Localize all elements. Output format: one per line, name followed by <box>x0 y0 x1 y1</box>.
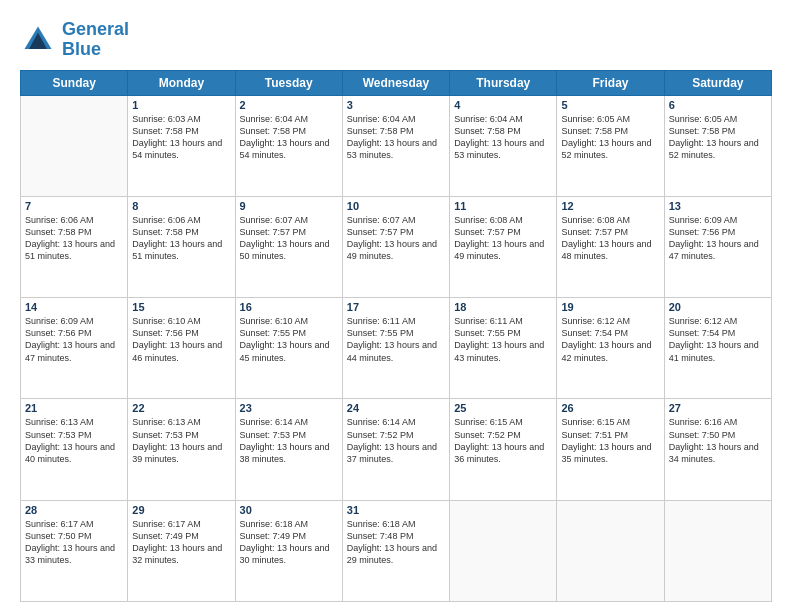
sunrise: Sunrise: 6:08 AM <box>561 215 630 225</box>
sunset: Sunset: 7:54 PM <box>669 328 736 338</box>
weekday-header-sunday: Sunday <box>21 70 128 95</box>
sunset: Sunset: 7:58 PM <box>132 126 199 136</box>
day-info: Sunrise: 6:04 AMSunset: 7:58 PMDaylight:… <box>454 113 552 162</box>
calendar-table: SundayMondayTuesdayWednesdayThursdayFrid… <box>20 70 772 602</box>
day-info: Sunrise: 6:06 AMSunset: 7:58 PMDaylight:… <box>132 214 230 263</box>
sunrise: Sunrise: 6:12 AM <box>561 316 630 326</box>
daylight: Daylight: 13 hours and 41 minutes. <box>669 340 759 362</box>
day-number: 20 <box>669 301 767 313</box>
day-info: Sunrise: 6:09 AMSunset: 7:56 PMDaylight:… <box>669 214 767 263</box>
calendar-cell: 22Sunrise: 6:13 AMSunset: 7:53 PMDayligh… <box>128 399 235 500</box>
calendar-cell: 23Sunrise: 6:14 AMSunset: 7:53 PMDayligh… <box>235 399 342 500</box>
day-info: Sunrise: 6:06 AMSunset: 7:58 PMDaylight:… <box>25 214 123 263</box>
daylight: Daylight: 13 hours and 51 minutes. <box>132 239 222 261</box>
calendar-week-row: 14Sunrise: 6:09 AMSunset: 7:56 PMDayligh… <box>21 298 772 399</box>
day-number: 29 <box>132 504 230 516</box>
daylight: Daylight: 13 hours and 43 minutes. <box>454 340 544 362</box>
calendar-cell: 30Sunrise: 6:18 AMSunset: 7:49 PMDayligh… <box>235 500 342 601</box>
day-number: 16 <box>240 301 338 313</box>
weekday-header-friday: Friday <box>557 70 664 95</box>
day-info: Sunrise: 6:08 AMSunset: 7:57 PMDaylight:… <box>454 214 552 263</box>
weekday-header-thursday: Thursday <box>450 70 557 95</box>
calendar-cell: 29Sunrise: 6:17 AMSunset: 7:49 PMDayligh… <box>128 500 235 601</box>
calendar-cell: 8Sunrise: 6:06 AMSunset: 7:58 PMDaylight… <box>128 196 235 297</box>
logo-icon <box>20 22 56 58</box>
sunrise: Sunrise: 6:13 AM <box>132 417 201 427</box>
sunset: Sunset: 7:58 PM <box>240 126 307 136</box>
day-info: Sunrise: 6:10 AMSunset: 7:56 PMDaylight:… <box>132 315 230 364</box>
sunrise: Sunrise: 6:11 AM <box>347 316 416 326</box>
sunrise: Sunrise: 6:16 AM <box>669 417 738 427</box>
day-info: Sunrise: 6:14 AMSunset: 7:52 PMDaylight:… <box>347 416 445 465</box>
daylight: Daylight: 13 hours and 37 minutes. <box>347 442 437 464</box>
daylight: Daylight: 13 hours and 53 minutes. <box>454 138 544 160</box>
page-header: General Blue <box>20 20 772 60</box>
sunrise: Sunrise: 6:18 AM <box>240 519 309 529</box>
calendar-week-row: 28Sunrise: 6:17 AMSunset: 7:50 PMDayligh… <box>21 500 772 601</box>
sunrise: Sunrise: 6:10 AM <box>132 316 201 326</box>
day-number: 7 <box>25 200 123 212</box>
sunset: Sunset: 7:49 PM <box>240 531 307 541</box>
sunset: Sunset: 7:54 PM <box>561 328 628 338</box>
logo: General Blue <box>20 20 129 60</box>
weekday-header-saturday: Saturday <box>664 70 771 95</box>
sunrise: Sunrise: 6:09 AM <box>25 316 94 326</box>
calendar-cell: 16Sunrise: 6:10 AMSunset: 7:55 PMDayligh… <box>235 298 342 399</box>
calendar-cell: 15Sunrise: 6:10 AMSunset: 7:56 PMDayligh… <box>128 298 235 399</box>
sunrise: Sunrise: 6:15 AM <box>454 417 523 427</box>
daylight: Daylight: 13 hours and 38 minutes. <box>240 442 330 464</box>
day-info: Sunrise: 6:07 AMSunset: 7:57 PMDaylight:… <box>240 214 338 263</box>
day-number: 9 <box>240 200 338 212</box>
day-info: Sunrise: 6:13 AMSunset: 7:53 PMDaylight:… <box>132 416 230 465</box>
calendar-cell <box>450 500 557 601</box>
sunrise: Sunrise: 6:09 AM <box>669 215 738 225</box>
calendar-cell: 3Sunrise: 6:04 AMSunset: 7:58 PMDaylight… <box>342 95 449 196</box>
daylight: Daylight: 13 hours and 54 minutes. <box>132 138 222 160</box>
sunset: Sunset: 7:55 PM <box>240 328 307 338</box>
daylight: Daylight: 13 hours and 47 minutes. <box>25 340 115 362</box>
sunset: Sunset: 7:58 PM <box>347 126 414 136</box>
day-info: Sunrise: 6:07 AMSunset: 7:57 PMDaylight:… <box>347 214 445 263</box>
calendar-cell <box>557 500 664 601</box>
calendar-cell: 20Sunrise: 6:12 AMSunset: 7:54 PMDayligh… <box>664 298 771 399</box>
calendar-cell: 12Sunrise: 6:08 AMSunset: 7:57 PMDayligh… <box>557 196 664 297</box>
day-number: 13 <box>669 200 767 212</box>
day-number: 1 <box>132 99 230 111</box>
sunrise: Sunrise: 6:15 AM <box>561 417 630 427</box>
day-info: Sunrise: 6:10 AMSunset: 7:55 PMDaylight:… <box>240 315 338 364</box>
day-number: 25 <box>454 402 552 414</box>
calendar-week-row: 1Sunrise: 6:03 AMSunset: 7:58 PMDaylight… <box>21 95 772 196</box>
sunrise: Sunrise: 6:13 AM <box>25 417 94 427</box>
daylight: Daylight: 13 hours and 36 minutes. <box>454 442 544 464</box>
sunset: Sunset: 7:58 PM <box>669 126 736 136</box>
day-info: Sunrise: 6:13 AMSunset: 7:53 PMDaylight:… <box>25 416 123 465</box>
calendar-cell: 7Sunrise: 6:06 AMSunset: 7:58 PMDaylight… <box>21 196 128 297</box>
day-number: 3 <box>347 99 445 111</box>
daylight: Daylight: 13 hours and 39 minutes. <box>132 442 222 464</box>
day-number: 31 <box>347 504 445 516</box>
sunset: Sunset: 7:51 PM <box>561 430 628 440</box>
daylight: Daylight: 13 hours and 35 minutes. <box>561 442 651 464</box>
day-number: 2 <box>240 99 338 111</box>
day-number: 5 <box>561 99 659 111</box>
day-info: Sunrise: 6:05 AMSunset: 7:58 PMDaylight:… <box>669 113 767 162</box>
day-info: Sunrise: 6:15 AMSunset: 7:52 PMDaylight:… <box>454 416 552 465</box>
daylight: Daylight: 13 hours and 32 minutes. <box>132 543 222 565</box>
daylight: Daylight: 13 hours and 48 minutes. <box>561 239 651 261</box>
sunrise: Sunrise: 6:08 AM <box>454 215 523 225</box>
sunset: Sunset: 7:57 PM <box>454 227 521 237</box>
calendar-cell: 27Sunrise: 6:16 AMSunset: 7:50 PMDayligh… <box>664 399 771 500</box>
sunset: Sunset: 7:58 PM <box>132 227 199 237</box>
day-number: 15 <box>132 301 230 313</box>
calendar-cell: 17Sunrise: 6:11 AMSunset: 7:55 PMDayligh… <box>342 298 449 399</box>
sunset: Sunset: 7:52 PM <box>347 430 414 440</box>
daylight: Daylight: 13 hours and 54 minutes. <box>240 138 330 160</box>
calendar-cell: 19Sunrise: 6:12 AMSunset: 7:54 PMDayligh… <box>557 298 664 399</box>
day-number: 17 <box>347 301 445 313</box>
day-number: 21 <box>25 402 123 414</box>
day-number: 10 <box>347 200 445 212</box>
day-number: 23 <box>240 402 338 414</box>
sunrise: Sunrise: 6:04 AM <box>454 114 523 124</box>
sunrise: Sunrise: 6:06 AM <box>132 215 201 225</box>
sunset: Sunset: 7:53 PM <box>25 430 92 440</box>
